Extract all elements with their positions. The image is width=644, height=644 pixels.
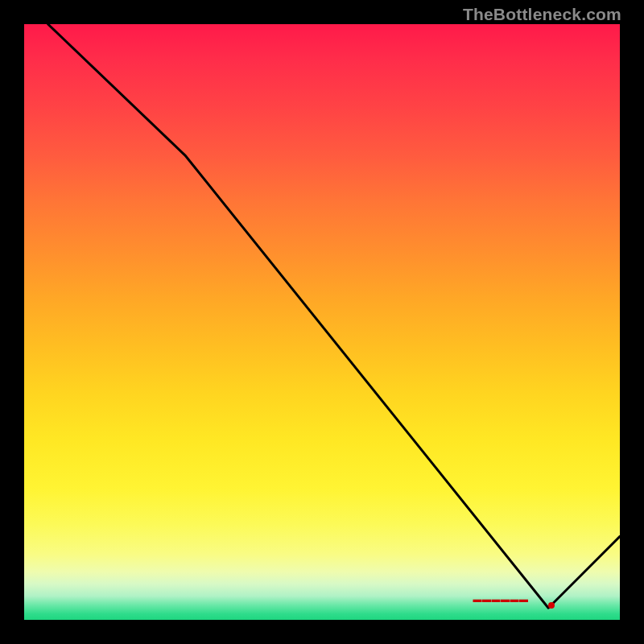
series-annotation-label: ▬▬▬▬▬▬ [473, 594, 529, 604]
series-marker-icon [548, 602, 555, 609]
attribution-text: TheBottleneck.com [463, 5, 621, 24]
series-line [48, 24, 620, 608]
plot-area: ▬▬▬▬▬▬ [24, 24, 620, 620]
line-chart [24, 24, 620, 620]
